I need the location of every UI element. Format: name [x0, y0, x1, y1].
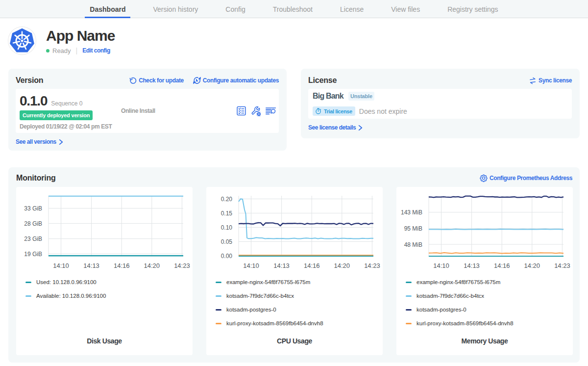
svg-text:14:23: 14:23: [364, 262, 380, 269]
svg-text:0.00: 0.00: [221, 253, 233, 260]
svg-text:33 GiB: 33 GiB: [24, 205, 42, 212]
svg-text:14:16: 14:16: [114, 262, 130, 269]
svg-text:14:16: 14:16: [494, 262, 510, 269]
svg-text:14:10: 14:10: [243, 262, 259, 269]
svg-text:95 MiB: 95 MiB: [404, 225, 422, 232]
svg-text:14:20: 14:20: [144, 262, 160, 269]
svg-text:14:10: 14:10: [53, 262, 69, 269]
svg-text:14:13: 14:13: [464, 262, 480, 269]
svg-text:14:20: 14:20: [334, 262, 350, 269]
svg-text:48 MiB: 48 MiB: [404, 241, 422, 248]
svg-text:19 GiB: 19 GiB: [24, 251, 42, 258]
svg-text:14:16: 14:16: [304, 262, 320, 269]
svg-text:0.10: 0.10: [221, 224, 233, 231]
svg-text:14:23: 14:23: [554, 262, 570, 269]
svg-text:14:13: 14:13: [273, 262, 290, 269]
svg-text:14:23: 14:23: [174, 262, 190, 269]
svg-text:0.20: 0.20: [221, 196, 233, 203]
svg-text:14:20: 14:20: [524, 262, 540, 269]
svg-text:14:10: 14:10: [433, 262, 449, 269]
svg-text:143 MiB: 143 MiB: [401, 209, 422, 216]
svg-text:0.15: 0.15: [221, 210, 233, 217]
svg-text:0.05: 0.05: [221, 238, 233, 245]
svg-text:28 GiB: 28 GiB: [24, 220, 42, 227]
svg-text:14:13: 14:13: [83, 262, 99, 269]
svg-text:23 GiB: 23 GiB: [24, 235, 42, 242]
